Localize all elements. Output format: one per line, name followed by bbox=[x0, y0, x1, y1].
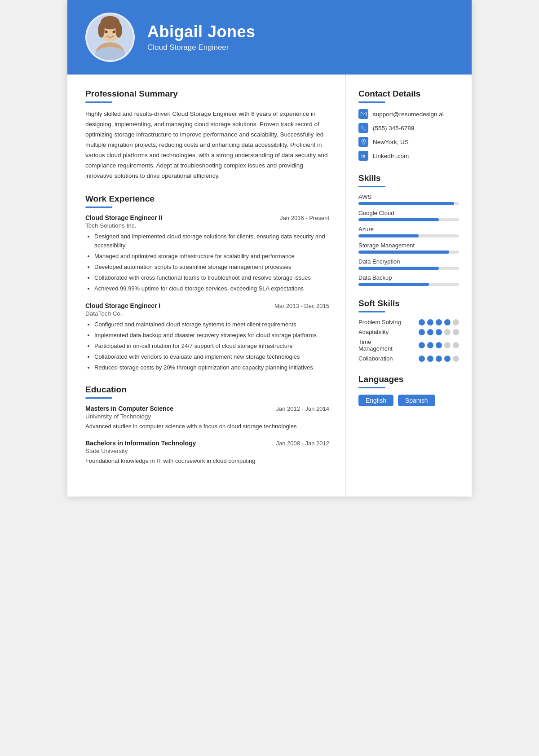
contact-title: Contact Details bbox=[358, 89, 459, 99]
summary-underline bbox=[85, 101, 112, 103]
contact-linkedin: in LinkedIn.com bbox=[358, 151, 459, 161]
education-section: Education Masters in Computer Science Ja… bbox=[85, 385, 329, 466]
dot bbox=[436, 329, 442, 335]
job-0-bullets: Designed and implemented cloud storage s… bbox=[85, 232, 329, 294]
soft-skill-time-mgmt-dots bbox=[419, 342, 459, 348]
skill-storage-mgmt: Storage Management bbox=[358, 242, 459, 254]
job-0: Cloud Storage Engineer II Jan 2016 - Pre… bbox=[85, 214, 329, 294]
list-item: Achieved 99.99% uptime for cloud storage… bbox=[94, 284, 329, 294]
contact-location-value: NewYork, US bbox=[373, 139, 409, 145]
dot bbox=[444, 329, 451, 335]
dot bbox=[419, 356, 425, 362]
skill-google-cloud: Google Cloud bbox=[358, 210, 459, 221]
skill-data-backup-name: Data Backup bbox=[358, 274, 459, 281]
skill-data-enc: Data Encryption bbox=[358, 258, 459, 270]
contact-phone-value: (555) 345-6789 bbox=[373, 125, 414, 132]
summary-text: Highly skilled and results-driven Cloud … bbox=[85, 109, 329, 181]
education-underline bbox=[85, 397, 112, 399]
job-1-company: DataTech Co. bbox=[85, 310, 329, 317]
edu-0-header: Masters in Computer Science Jan 2012 - J… bbox=[85, 405, 329, 412]
job-0-title: Cloud Storage Engineer II bbox=[85, 214, 162, 221]
dot bbox=[419, 342, 425, 348]
dot bbox=[453, 329, 459, 335]
svg-point-11 bbox=[363, 141, 364, 142]
job-0-header: Cloud Storage Engineer II Jan 2016 - Pre… bbox=[85, 214, 329, 221]
soft-skill-time-mgmt-row: TimeManagement bbox=[358, 338, 459, 352]
edu-1-degree: Bachelors in Information Technology bbox=[85, 440, 196, 447]
job-1-bullets: Configured and maintained cloud storage … bbox=[85, 320, 329, 372]
header-section: Abigail Jones Cloud Storage Engineer bbox=[67, 0, 472, 75]
skill-aws-bar bbox=[358, 202, 459, 205]
dot bbox=[444, 356, 451, 362]
soft-skill-adaptability-dots bbox=[419, 329, 459, 335]
language-english: English bbox=[358, 395, 393, 406]
header-title: Cloud Storage Engineer bbox=[147, 43, 256, 52]
soft-skills-title: Soft Skills bbox=[358, 299, 459, 308]
soft-skill-collaboration-name: Collaboration bbox=[358, 355, 393, 362]
svg-point-6 bbox=[115, 23, 122, 38]
soft-skills-underline bbox=[358, 311, 385, 312]
dot bbox=[453, 356, 459, 362]
edu-0-desc: Advanced studies in computer science wit… bbox=[85, 422, 329, 431]
contact-phone: (555) 345-6789 bbox=[358, 123, 459, 133]
skill-data-backup-bar bbox=[358, 283, 459, 286]
soft-skill-problem-solving-dots bbox=[419, 319, 459, 325]
list-item: Designed and implemented cloud storage s… bbox=[94, 232, 329, 251]
skill-aws: AWS bbox=[358, 193, 459, 205]
dot bbox=[436, 319, 442, 325]
linkedin-icon: in bbox=[358, 151, 368, 161]
edu-0-degree: Masters in Computer Science bbox=[85, 405, 173, 412]
edu-1-desc: Foundational knowledge in IT with course… bbox=[85, 457, 329, 466]
svg-point-8 bbox=[113, 31, 115, 33]
edu-1-school: State University bbox=[85, 448, 329, 454]
soft-skill-adaptability-name: Adaptability bbox=[358, 329, 389, 335]
skill-data-enc-bar bbox=[358, 267, 459, 270]
soft-skill-collaboration: Collaboration bbox=[358, 355, 459, 362]
dot bbox=[427, 342, 433, 348]
work-experience-underline bbox=[85, 207, 112, 208]
list-item: Developed automation scripts to streamli… bbox=[94, 263, 329, 272]
dot bbox=[436, 342, 442, 348]
edu-1-date: Jan 2008 - Jan 2012 bbox=[276, 440, 329, 447]
contact-email-value: support@resumedesign.ai bbox=[373, 111, 444, 118]
soft-skill-problem-solving: Problem Solving bbox=[358, 319, 459, 325]
skill-data-enc-name: Data Encryption bbox=[358, 258, 459, 265]
edu-1-header: Bachelors in Information Technology Jan … bbox=[85, 440, 329, 447]
job-1-title: Cloud Storage Engineer I bbox=[85, 302, 160, 309]
soft-skill-collaboration-dots bbox=[419, 356, 459, 362]
phone-icon bbox=[358, 123, 368, 133]
skill-storage-mgmt-name: Storage Management bbox=[358, 242, 459, 249]
list-item: Collaborated with vendors to evaluate an… bbox=[94, 352, 329, 362]
edu-0-school: University of Technology bbox=[85, 413, 329, 420]
job-0-date: Jan 2016 - Present bbox=[280, 215, 329, 221]
soft-skill-time-mgmt: TimeManagement bbox=[358, 338, 459, 352]
dot bbox=[427, 319, 433, 325]
job-1-header: Cloud Storage Engineer I Mar 2013 - Dec … bbox=[85, 302, 329, 309]
dot bbox=[436, 356, 442, 362]
header-text: Abigail Jones Cloud Storage Engineer bbox=[147, 22, 256, 52]
list-item: Configured and maintained cloud storage … bbox=[94, 320, 329, 330]
contact-email: support@resumedesign.ai bbox=[358, 109, 459, 119]
list-item: Participated in on-call rotation for 24/… bbox=[94, 342, 329, 351]
job-1: Cloud Storage Engineer I Mar 2013 - Dec … bbox=[85, 302, 329, 372]
skill-google-cloud-name: Google Cloud bbox=[358, 210, 459, 216]
job-1-date: Mar 2013 - Dec 2015 bbox=[274, 303, 329, 309]
skill-azure-bar bbox=[358, 234, 459, 237]
dot bbox=[444, 319, 451, 325]
contact-linkedin-value: LinkedIn.com bbox=[373, 153, 409, 159]
languages-title: Languages bbox=[358, 374, 459, 384]
skill-azure: Azure bbox=[358, 226, 459, 237]
skills-underline bbox=[358, 186, 385, 187]
skills-title: Skills bbox=[358, 173, 459, 183]
education-title: Education bbox=[85, 385, 329, 395]
dot bbox=[419, 329, 425, 335]
edu-0: Masters in Computer Science Jan 2012 - J… bbox=[85, 405, 329, 431]
language-spanish: Spanish bbox=[398, 395, 435, 406]
contact-underline bbox=[358, 101, 385, 103]
list-item: Reduced storage costs by 20% through opt… bbox=[94, 363, 329, 373]
dot bbox=[419, 319, 425, 325]
soft-skill-adaptability: Adaptability bbox=[358, 329, 459, 335]
resume-body: Professional Summary Highly skilled and … bbox=[67, 75, 472, 497]
edu-0-date: Jan 2012 - Jan 2014 bbox=[276, 405, 329, 412]
contact-section: Contact Details support@resumedesign.ai bbox=[358, 89, 459, 161]
